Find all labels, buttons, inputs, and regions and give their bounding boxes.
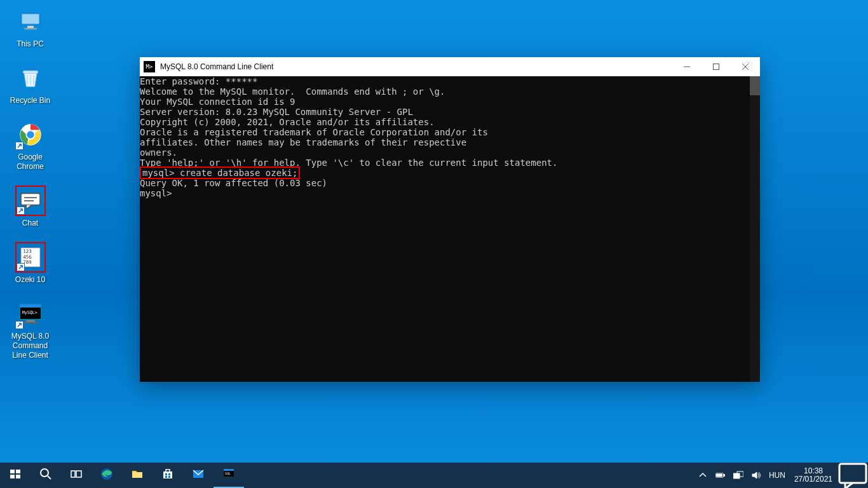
terminal-output-line: Your MySQL connection id is 9 (140, 97, 757, 107)
mysql-window: M> MySQL 8.0 Command Line Client Enter p… (140, 57, 760, 382)
volume-icon[interactable] (747, 463, 765, 488)
svg-point-25 (41, 469, 48, 477)
mail-icon (192, 468, 205, 483)
desktop-icon-google-chrome[interactable]: Google Chrome (6, 119, 54, 172)
desktop-icon-label: Ozeki 10 (15, 275, 45, 285)
desktop-icon-chat[interactable]: Chat (6, 186, 54, 228)
svg-rect-33 (168, 473, 170, 475)
svg-rect-35 (168, 476, 170, 478)
desktop-icon-mysql-client[interactable]: MySQL>MySQL 8.0 Command Line Client (6, 299, 54, 360)
desktop-icon-label: Chat (22, 219, 38, 228)
svg-rect-3 (24, 28, 37, 30)
desktop-icon-label: Recycle Bin (10, 96, 50, 105)
svg-rect-38 (224, 469, 234, 471)
svg-rect-32 (165, 473, 167, 475)
windows-icon (9, 468, 22, 483)
chat-icon (15, 186, 46, 216)
taskbar-right: HUN 10:38 27/01/2021 (694, 463, 868, 488)
taskbar-file-explorer[interactable] (122, 463, 153, 488)
desktop-icon-label: Google Chrome (6, 152, 54, 172)
scrollbar-thumb[interactable] (750, 76, 760, 95)
ozeki-icon: 123456789 (15, 242, 46, 273)
mysql-window-icon: M> (144, 61, 155, 72)
svg-rect-45 (839, 464, 866, 483)
close-button[interactable] (731, 57, 760, 76)
shortcut-arrow-icon (17, 207, 25, 215)
svg-rect-24 (16, 475, 20, 478)
mysql-icon: SQL (222, 467, 235, 482)
maximize-button[interactable] (702, 57, 731, 76)
store-icon (161, 468, 174, 483)
svg-rect-31 (163, 471, 172, 478)
bin-icon (15, 63, 46, 93)
titlebar[interactable]: M> MySQL 8.0 Command Line Client (140, 57, 760, 76)
terminal-output-line: Oracle is a registered trademark of Orac… (140, 127, 757, 137)
svg-rect-19 (23, 322, 37, 324)
terminal-output-line: affiliates. Other names may be trademark… (140, 137, 757, 147)
svg-rect-16 (20, 304, 41, 308)
shortcut-arrow-icon (15, 321, 24, 329)
battery-icon[interactable] (712, 463, 729, 488)
svg-text:SQL: SQL (225, 471, 231, 475)
terminal-output-line: Enter password: ****** (140, 76, 757, 86)
terminal-output-line: Server version: 8.0.23 MySQL Community S… (140, 107, 757, 117)
svg-rect-42 (717, 474, 722, 477)
shortcut-arrow-icon (15, 142, 24, 150)
svg-rect-34 (165, 476, 167, 478)
terminal-output-line: mysql> (140, 188, 757, 198)
svg-rect-41 (724, 474, 725, 476)
taskbar-start[interactable] (0, 463, 31, 488)
network-icon[interactable] (729, 463, 747, 488)
minimize-button[interactable] (672, 57, 702, 76)
taskview-icon (70, 468, 83, 483)
desktop-icon-label: This PC (17, 39, 44, 49)
taskbar-left: SQL (0, 463, 244, 488)
svg-line-26 (48, 476, 51, 479)
action-center-button[interactable] (837, 463, 868, 488)
desktop-icon-this-pc[interactable]: This PC (6, 6, 54, 49)
svg-rect-2 (27, 26, 34, 28)
desktop-icon-label: MySQL 8.0 Command Line Client (6, 332, 54, 360)
shortcut-arrow-icon (17, 263, 25, 271)
terminal-scrollbar[interactable] (750, 76, 760, 382)
desktop-icons: This PCRecycle BinGoogle ChromeChat12345… (6, 6, 54, 360)
clock-date: 27/01/2021 (794, 475, 832, 484)
taskbar-task-view[interactable] (61, 463, 92, 488)
desktop-icon-recycle-bin[interactable]: Recycle Bin (6, 63, 54, 105)
terminal-output-line: Query OK, 1 row affected (0.03 sec) (140, 178, 757, 188)
terminal-output-line: owners. (140, 147, 757, 158)
svg-rect-4 (23, 71, 37, 73)
svg-rect-18 (26, 320, 34, 322)
taskbar-search[interactable] (31, 463, 61, 488)
svg-point-7 (27, 131, 34, 139)
svg-rect-20 (714, 64, 719, 70)
terminal-output-line: Welcome to the MySQL monitor. Commands e… (140, 86, 757, 97)
svg-rect-28 (76, 471, 81, 477)
chrome-icon (15, 119, 46, 150)
window-title: MySQL 8.0 Command Line Client (160, 62, 672, 71)
terminal-area[interactable]: Enter password: ******Welcome to the MyS… (140, 76, 760, 382)
terminal-command-highlighted: mysql> create database ozeki; (140, 168, 757, 178)
svg-rect-30 (132, 472, 142, 478)
taskbar: SQL HUN 10:38 27/01/2021 (0, 463, 868, 488)
svg-rect-43 (733, 473, 740, 478)
taskbar-edge[interactable] (92, 463, 122, 488)
tray-overflow-button[interactable] (694, 463, 712, 488)
svg-rect-8 (21, 193, 40, 205)
pc-icon (15, 6, 46, 37)
svg-rect-27 (71, 471, 75, 477)
svg-rect-23 (10, 475, 15, 478)
desktop-icon-ozeki-10[interactable]: 123456789Ozeki 10 (6, 242, 54, 285)
taskbar-ms-store[interactable] (153, 463, 183, 488)
edge-icon (100, 468, 113, 483)
language-indicator[interactable]: HUN (765, 463, 789, 488)
taskbar-mail[interactable] (183, 463, 214, 488)
search-icon (39, 468, 52, 483)
svg-rect-1 (22, 14, 39, 24)
folder-icon (131, 468, 144, 483)
taskbar-mysql-running[interactable]: SQL (214, 463, 244, 488)
svg-rect-21 (10, 470, 15, 473)
clock[interactable]: 10:38 27/01/2021 (789, 467, 837, 484)
window-controls (672, 57, 760, 76)
terminal-output-line: Copyright (c) 2000, 2021, Oracle and/or … (140, 117, 757, 127)
